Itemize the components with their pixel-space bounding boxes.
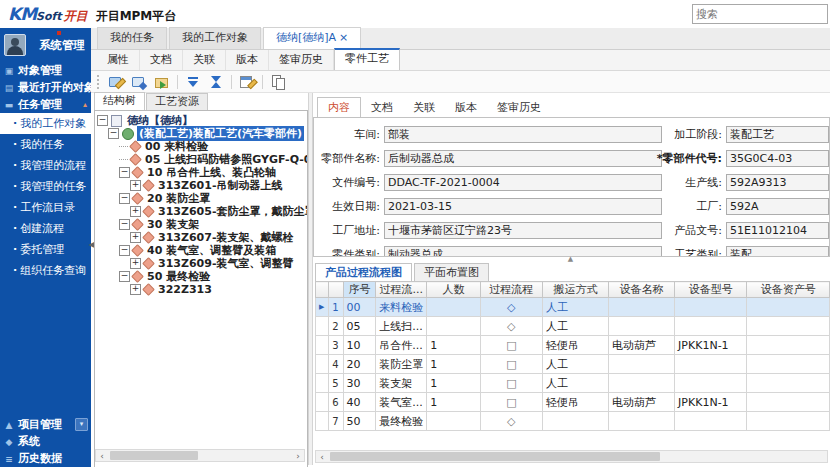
form-field-1[interactable] — [726, 150, 829, 167]
table-cell[interactable]: 1 — [427, 355, 480, 374]
column-header[interactable]: 设备资产号 — [747, 282, 830, 298]
form-collapse-handle[interactable]: ▲ — [313, 256, 828, 263]
expand-toggle-icon[interactable]: + — [130, 180, 141, 191]
sidebar-item[interactable]: ·创建流程 — [0, 218, 91, 239]
table-cell[interactable] — [427, 298, 480, 317]
column-header[interactable]: 过程流程 — [480, 282, 542, 298]
column-header[interactable]: 序号 — [343, 282, 376, 298]
collapse-toggle-icon[interactable]: − — [108, 128, 119, 139]
form-field-2[interactable] — [726, 174, 829, 191]
row-number-cell[interactable]: 1 — [328, 298, 343, 317]
table-cell[interactable] — [675, 317, 747, 336]
scroll-left-icon[interactable]: ‹ — [316, 452, 328, 462]
table-cell[interactable] — [675, 374, 747, 393]
sidebar-item[interactable]: ·组织任务查询 — [0, 260, 91, 281]
tree-tab-0[interactable]: 结构树 — [94, 92, 145, 110]
collapse-toggle-icon[interactable]: − — [119, 167, 130, 178]
table-cell[interactable]: 人工 — [542, 317, 608, 336]
table-row[interactable]: 530装支架1□人工 — [316, 374, 830, 393]
form-field-3[interactable] — [384, 198, 662, 215]
column-header[interactable]: 搬运方式 — [542, 282, 608, 298]
dropdown-icon[interactable]: ▾ — [75, 418, 88, 431]
table-cell[interactable]: 50 — [343, 412, 376, 431]
table-cell[interactable]: 轻便吊 — [542, 393, 608, 412]
column-header[interactable]: 过程流... — [376, 282, 427, 298]
collapse-toggle-icon[interactable]: − — [119, 271, 130, 282]
table-cell[interactable]: 上线扫... — [376, 317, 427, 336]
table-cell[interactable]: □ — [480, 336, 542, 355]
form-field-0[interactable] — [384, 126, 662, 143]
form-field-4[interactable] — [384, 222, 662, 239]
sidebar-item[interactable]: ·工作流目录 — [0, 197, 91, 218]
table-cell[interactable]: ◇ — [480, 317, 542, 336]
column-header[interactable]: 人数 — [427, 282, 480, 298]
scroll-right-icon[interactable]: › — [292, 451, 304, 461]
table-cell[interactable]: □ — [480, 374, 542, 393]
flow-tab-1[interactable]: 平面布置图 — [414, 263, 489, 281]
table-cell[interactable] — [747, 355, 830, 374]
tree-node[interactable]: +322Z313 — [95, 283, 307, 296]
sidebar-group-recent[interactable]: ▤最近打开的对象 — [0, 79, 91, 96]
toolbar-drag-handle[interactable] — [97, 75, 101, 89]
table-cell[interactable]: 装气室... — [376, 393, 427, 412]
table-cell[interactable] — [608, 317, 674, 336]
table-cell[interactable] — [542, 412, 608, 431]
table-cell[interactable]: 10 — [343, 336, 376, 355]
main-tab-0[interactable]: 我的任务 — [97, 27, 167, 49]
table-cell[interactable]: 最终检验 — [376, 412, 427, 431]
table-cell[interactable]: 电动葫芦 — [608, 393, 674, 412]
row-number-cell[interactable]: 3 — [328, 336, 343, 355]
scrollbar-thumb[interactable] — [330, 452, 660, 461]
table-h-scrollbar[interactable]: ‹ — [315, 450, 828, 463]
detail-tab-4[interactable]: 签审历史 — [487, 98, 551, 117]
table-cell[interactable] — [675, 355, 747, 374]
row-number-cell[interactable]: 4 — [328, 355, 343, 374]
detail-tab-1[interactable]: 文档 — [361, 98, 403, 117]
table-cell[interactable]: 装支架 — [376, 374, 427, 393]
row-number-cell[interactable]: 6 — [328, 393, 343, 412]
table-cell[interactable] — [675, 298, 747, 317]
table-cell[interactable]: 30 — [343, 374, 376, 393]
table-cell[interactable]: JPKK1N-1 — [675, 336, 747, 355]
table-row[interactable]: 205上线扫...◇人工 — [316, 317, 830, 336]
form-field-2[interactable] — [384, 174, 662, 191]
main-tab-1[interactable]: 我的工作对象 — [169, 27, 261, 49]
object-tab-2[interactable]: 关联 — [183, 50, 226, 70]
collapse-all-icon[interactable] — [185, 74, 201, 90]
edit-table-icon[interactable] — [239, 74, 255, 90]
collapse-toggle-icon[interactable]: − — [97, 115, 108, 126]
table-cell[interactable] — [427, 412, 480, 431]
sidebar-item[interactable]: ·委托管理 — [0, 239, 91, 260]
table-cell[interactable] — [747, 393, 830, 412]
table-cell[interactable] — [608, 412, 674, 431]
table-cell[interactable]: 40 — [343, 393, 376, 412]
table-cell[interactable] — [747, 317, 830, 336]
table-cell[interactable] — [747, 298, 830, 317]
search-input[interactable] — [692, 4, 828, 24]
table-cell[interactable]: 1 — [427, 336, 480, 355]
tree-tab-1[interactable]: 工艺资源 — [146, 93, 208, 110]
sidebar-group-objects[interactable]: ▣对象管理 — [0, 62, 91, 79]
copy-document-icon[interactable] — [270, 74, 286, 90]
collapse-toggle-icon[interactable]: − — [119, 193, 130, 204]
table-cell[interactable]: 人工 — [542, 355, 608, 374]
sidebar-item[interactable]: ·我管理的流程 — [0, 155, 91, 176]
row-number-cell[interactable]: 2 — [328, 317, 343, 336]
table-cell[interactable]: 人工 — [542, 374, 608, 393]
sidebar-group-tasks[interactable]: ▬任务管理▴ — [0, 96, 91, 113]
table-cell[interactable]: ◇ — [480, 412, 542, 431]
object-tab-1[interactable]: 文档 — [140, 50, 183, 70]
object-tab-4[interactable]: 签审历史 — [269, 50, 334, 70]
sidebar-item[interactable]: ·我管理的任务 — [0, 176, 91, 197]
table-cell[interactable]: 来料检验 — [376, 298, 427, 317]
collapse-toggle-icon[interactable]: − — [119, 219, 130, 230]
tab-close-icon[interactable]: × — [339, 31, 348, 44]
tree-node[interactable]: −50 最终检验 — [95, 270, 307, 283]
table-cell[interactable] — [747, 412, 830, 431]
table-cell[interactable] — [747, 374, 830, 393]
import-folder-icon[interactable] — [154, 74, 170, 90]
table-cell[interactable]: 轻便吊 — [542, 336, 608, 355]
form-field-3[interactable] — [726, 198, 829, 215]
detail-tab-2[interactable]: 关联 — [403, 98, 445, 117]
table-cell[interactable] — [608, 374, 674, 393]
